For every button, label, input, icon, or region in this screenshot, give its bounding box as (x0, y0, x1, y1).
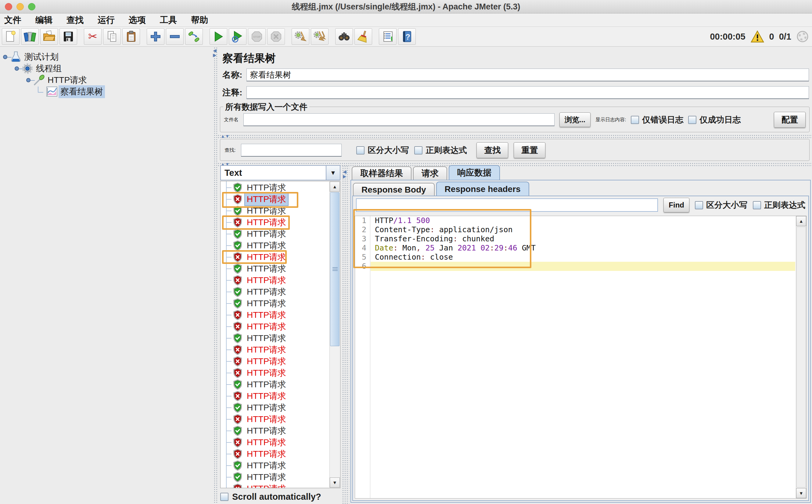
open-button[interactable] (40, 28, 58, 45)
help-button[interactable]: ? (398, 28, 416, 45)
result-item[interactable]: HTTP请求 (221, 379, 329, 390)
tree-expand-handle[interactable] (3, 55, 7, 59)
paste-button[interactable] (122, 28, 140, 45)
splitter-collapse-icon[interactable]: ◀▶ (213, 48, 217, 57)
clear-all-button[interactable] (311, 28, 329, 45)
toggle-button[interactable] (185, 28, 203, 45)
splitter-collapse-icon[interactable]: ◀▶ (343, 169, 347, 179)
result-item[interactable]: HTTP请求 (221, 298, 329, 309)
close-window-button[interactable] (5, 3, 12, 10)
add-button[interactable] (147, 28, 164, 45)
tab-response-data[interactable]: 响应数据 (449, 165, 500, 180)
result-item[interactable]: HTTP请求 (221, 240, 329, 251)
menu-item-search[interactable]: 查找 (66, 14, 84, 26)
scrollbar-thumb[interactable] (330, 192, 340, 346)
menu-item-edit[interactable]: 编辑 (35, 14, 52, 26)
stop-button[interactable]: STOP (248, 28, 266, 45)
result-item[interactable]: HTTP请求 (221, 344, 329, 356)
start-button[interactable] (210, 28, 227, 45)
result-item[interactable]: HTTP请求 (221, 309, 329, 321)
result-item[interactable]: HTTP请求 (221, 286, 329, 298)
result-item[interactable]: HTTP请求 (221, 263, 329, 275)
result-item[interactable]: HTTP请求 (221, 332, 329, 344)
warning-indicator-icon[interactable] (750, 30, 764, 43)
result-item[interactable]: HTTP请求 (221, 425, 329, 437)
code-area[interactable]: HTTP/1.1 500Content-Type: application/js… (371, 216, 795, 498)
result-item[interactable]: HTTP请求 (221, 413, 329, 425)
menu-item-options[interactable]: 选项 (129, 14, 146, 26)
menu-item-file[interactable]: 文件 (4, 14, 21, 26)
regex-checkbox[interactable] (414, 146, 422, 154)
tab-sampler-result[interactable]: 取样器结果 (352, 166, 411, 180)
tree-node-test-plan[interactable]: 测试计划 (3, 51, 60, 63)
editor-find-button[interactable]: Find (664, 198, 689, 212)
filename-input[interactable] (244, 113, 554, 126)
result-item[interactable]: HTTP请求 (221, 205, 329, 217)
result-item[interactable]: HTTP请求 (221, 356, 329, 367)
chevron-down-icon[interactable]: ▼ (326, 166, 340, 180)
configure-button[interactable]: 配置 (774, 112, 806, 128)
results-scrollbar[interactable]: ▲ ▼ (329, 182, 340, 488)
name-input[interactable] (247, 69, 809, 81)
tab-response-body[interactable]: Response Body (353, 183, 435, 196)
editor-regex-checkbox[interactable] (753, 201, 761, 209)
result-item[interactable]: HTTP请求 (221, 483, 329, 488)
response-headers-editor[interactable]: 123456 HTTP/1.1 500Content-Type: applica… (355, 216, 807, 499)
search-button[interactable] (335, 28, 353, 45)
result-item[interactable]: HTTP请求 (221, 228, 329, 240)
clear-button[interactable] (292, 28, 309, 45)
search-reset-button[interactable] (354, 28, 372, 45)
menu-item-run[interactable]: 运行 (98, 14, 115, 26)
tree-node-thread-group[interactable]: 线程组 (15, 63, 63, 74)
scroll-up-icon[interactable]: ▲ (796, 216, 806, 226)
errors-only-checkbox[interactable] (631, 116, 639, 124)
tree-expand-handle[interactable] (26, 78, 30, 82)
tree-expand-handle[interactable] (15, 66, 19, 71)
comment-input[interactable] (247, 86, 809, 99)
result-item[interactable]: HTTP请求 (221, 217, 329, 228)
save-button[interactable] (59, 28, 77, 45)
editor-scrollbar[interactable]: ▲ ▼ (796, 216, 806, 498)
shutdown-button[interactable] (267, 28, 285, 45)
success-only-checkbox[interactable] (688, 116, 696, 124)
result-item[interactable]: HTTP请求 (221, 471, 329, 483)
result-item[interactable]: HTTP请求 (221, 437, 329, 448)
main-splitter[interactable]: ◀▶ (214, 47, 218, 504)
zoom-window-button[interactable] (28, 3, 35, 10)
result-item[interactable]: HTTP请求 (221, 251, 329, 263)
horizontal-splitter-1[interactable]: ▲▼ (218, 134, 812, 138)
menu-item-help[interactable]: 帮助 (191, 14, 208, 26)
tab-request[interactable]: 请求 (413, 166, 447, 180)
browse-button[interactable]: 浏览... (559, 112, 590, 127)
result-item[interactable]: HTTP请求 (221, 275, 329, 286)
result-item[interactable]: HTTP请求 (221, 193, 329, 205)
tree-node-http-request[interactable]: HTTP请求 (26, 74, 89, 86)
result-item[interactable]: HTTP请求 (221, 448, 329, 460)
tree-node-view-results-tree[interactable]: 察看结果树 (38, 86, 105, 98)
result-item[interactable]: HTTP请求 (221, 367, 329, 379)
editor-find-input[interactable] (356, 198, 658, 212)
copy-button[interactable] (103, 28, 121, 45)
scroll-down-icon[interactable]: ▼ (330, 477, 340, 488)
search-input[interactable] (241, 144, 342, 157)
result-item[interactable]: HTTP请求 (221, 182, 329, 193)
cut-button[interactable]: ✂ (84, 28, 101, 45)
remove-button[interactable] (166, 28, 183, 45)
scrollbar-thumb[interactable] (796, 227, 806, 488)
templates-button[interactable] (21, 28, 39, 45)
splitter-collapse-icon[interactable]: ▲▼ (221, 134, 230, 138)
scroll-down-icon[interactable]: ▼ (796, 488, 806, 498)
new-button[interactable] (2, 28, 20, 45)
tab-response-headers[interactable]: Response headers (436, 182, 529, 196)
result-item[interactable]: HTTP请求 (221, 402, 329, 413)
find-button[interactable]: 查找 (476, 142, 508, 158)
scroll-auto-checkbox[interactable] (220, 493, 229, 501)
results-splitter[interactable]: ◀▶ (342, 165, 349, 504)
result-item[interactable]: HTTP请求 (221, 321, 329, 332)
result-item[interactable]: HTTP请求 (221, 460, 329, 471)
editor-case-checkbox[interactable] (695, 201, 703, 209)
reset-button[interactable]: 重置 (514, 142, 545, 158)
scroll-up-icon[interactable]: ▲ (330, 182, 340, 192)
function-helper-button[interactable] (379, 28, 397, 45)
menu-item-tools[interactable]: 工具 (160, 14, 177, 26)
